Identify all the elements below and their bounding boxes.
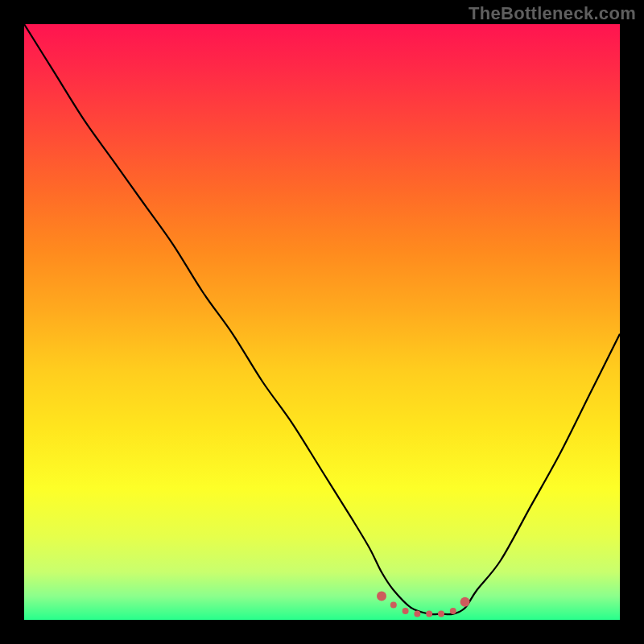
optimal-marker [460,597,470,607]
optimal-marker [390,602,397,609]
optimal-marker [414,611,420,617]
optimal-marker [402,608,409,614]
optimal-marker [426,611,432,617]
chart-svg [24,24,620,620]
gradient-background [24,24,620,620]
watermark-text: TheBottleneck.com [469,3,636,24]
optimal-marker [377,591,386,601]
chart-frame: TheBottleneck.com [0,0,644,644]
plot-area [24,24,620,620]
optimal-marker [450,608,456,614]
optimal-marker [438,611,444,617]
